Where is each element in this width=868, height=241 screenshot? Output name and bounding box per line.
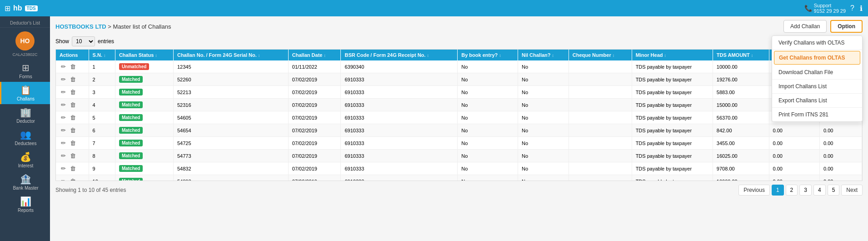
delete-button[interactable]: 🗑 <box>69 75 77 83</box>
sidebar-item-interest[interactable]: 💰 Interest <box>0 149 50 171</box>
support-info: 📞 Support 9152 29 29 29 <box>804 3 846 14</box>
cell-status: Matched <box>115 99 173 111</box>
cell-date: 07/02/2019 <box>288 73 341 86</box>
col-tds-amount[interactable]: TDS AMOUNT ↕ <box>713 50 769 60</box>
sidebar: Deductor's List HO CALA23802C ⊞ Forms 📋 … <box>0 16 50 241</box>
previous-button[interactable]: Previous <box>738 185 770 196</box>
sidebar-label-deductor: Deductor <box>16 119 35 124</box>
cell-book-entry: No <box>458 175 518 181</box>
cell-bsr: 6910333 <box>341 162 458 175</box>
next-button[interactable]: Next <box>841 185 863 196</box>
cell-nil-challan: No <box>518 73 569 86</box>
cell-challan-no: 54605 <box>173 111 288 124</box>
edit-button[interactable]: ✏ <box>60 101 67 109</box>
entries-select[interactable]: 10 25 50 100 <box>72 36 95 46</box>
cell-nil-challan: No <box>518 162 569 175</box>
cell-sn: 6 <box>89 124 115 137</box>
col-minor-head[interactable]: Minor Head ↕ <box>632 50 713 60</box>
delete-button[interactable]: 🗑 <box>69 126 77 134</box>
page-5-button[interactable]: 5 <box>828 185 840 196</box>
col-nil-challan[interactable]: Nil Challan? ↕ <box>518 50 569 60</box>
cell-bsr: 6910333 <box>341 86 458 99</box>
cell-book-entry: No <box>458 73 518 86</box>
challans-table: Actions S.N. ↕ Challan Status ↕ Challan … <box>56 50 862 181</box>
cell-challan-no: 52213 <box>173 86 288 99</box>
delete-button[interactable]: 🗑 <box>69 114 77 121</box>
edit-button[interactable]: ✏ <box>60 63 67 70</box>
delete-button[interactable]: 🗑 <box>69 63 77 70</box>
info-button[interactable]: ℹ <box>859 3 863 14</box>
table-row: ✏ 🗑 7 Matched 54725 07/02/2019 6910333 N… <box>56 137 862 150</box>
cell-cheque <box>569 150 632 162</box>
cell-date: 01/11/2022 <box>288 60 341 73</box>
dropdown-print[interactable]: Print Form ITNS 281 <box>772 108 862 121</box>
sidebar-item-deductor[interactable]: 🏢 Deductor <box>0 104 50 126</box>
edit-button[interactable]: ✏ <box>60 126 67 134</box>
col-challan-status[interactable]: Challan Status ↕ <box>115 50 173 60</box>
edit-button[interactable]: ✏ <box>60 75 67 83</box>
help-button[interactable]: ? <box>849 3 855 13</box>
cell-edu-cess: 0.00 <box>820 162 862 175</box>
cell-surcharge: 0.00 <box>769 124 820 137</box>
dropdown-download[interactable]: Download Challan File <box>772 65 862 80</box>
cell-edu-cess: 0.00 <box>820 175 862 181</box>
cell-cheque <box>569 162 632 175</box>
delete-button[interactable]: 🗑 <box>69 139 77 147</box>
col-cheque[interactable]: Cheque Number ↕ <box>569 50 632 60</box>
cell-nil-challan: No <box>518 111 569 124</box>
delete-button[interactable]: 🗑 <box>69 152 77 160</box>
cell-cheque <box>569 137 632 150</box>
cell-sn: 9 <box>89 162 115 175</box>
cell-minor-head: TDS payable by taxpayer <box>632 73 713 86</box>
edit-button[interactable]: ✏ <box>60 165 67 172</box>
phone-icon: 📞 <box>804 5 812 12</box>
page-1-button[interactable]: 1 <box>772 185 784 196</box>
edit-button[interactable]: ✏ <box>60 114 67 121</box>
sidebar-item-forms[interactable]: ⊞ Forms <box>0 60 50 82</box>
delete-button[interactable]: 🗑 <box>69 165 77 172</box>
breadcrumb: HOSTBOOKS LTD > Master list of Challans <box>55 23 171 30</box>
sidebar-item-bank-master[interactable]: 🏦 Bank Master <box>0 171 50 193</box>
col-sn[interactable]: S.N. ↕ <box>89 50 115 60</box>
cell-minor-head: TDS payable by taxpayer <box>632 99 713 111</box>
col-book-entry[interactable]: By book entry? ↕ <box>458 50 518 60</box>
delete-button[interactable]: 🗑 <box>69 101 77 109</box>
avatar[interactable]: HO <box>15 31 35 50</box>
add-challan-button[interactable]: Add Challan <box>783 20 827 33</box>
dropdown-get-challans[interactable]: Get Challans from OLTAS <box>774 51 860 65</box>
page-4-button[interactable]: 4 <box>813 185 826 196</box>
delete-button[interactable]: 🗑 <box>69 177 77 181</box>
edit-button[interactable]: ✏ <box>60 177 67 181</box>
col-challan-no[interactable]: Challan No. / Form 24G Serial No. ↕ <box>173 50 288 60</box>
cell-sn: 7 <box>89 137 115 150</box>
cell-status: Unmatched <box>115 60 173 73</box>
option-button[interactable]: Option <box>830 20 863 33</box>
cell-bsr: 6910333 <box>341 137 458 150</box>
deductees-icon: 👥 <box>20 129 31 140</box>
cell-status: Matched <box>115 73 173 86</box>
cell-actions: ✏ 🗑 <box>56 162 89 175</box>
delete-button[interactable]: 🗑 <box>69 88 77 96</box>
edit-button[interactable]: ✏ <box>60 88 67 96</box>
page-3-button[interactable]: 3 <box>799 185 812 196</box>
edit-button[interactable]: ✏ <box>60 152 67 160</box>
table-header-row: Actions S.N. ↕ Challan Status ↕ Challan … <box>56 50 862 60</box>
table-body: ✏ 🗑 1 Unmatched 12345 01/11/2022 6390340… <box>56 60 862 181</box>
cell-date: 07/02/2019 <box>288 137 341 150</box>
cell-bsr: 6910333 <box>341 111 458 124</box>
cell-tds-amount: 10000.00 <box>713 175 769 181</box>
cell-bsr: 6910333 <box>341 73 458 86</box>
page-2-button[interactable]: 2 <box>786 185 798 196</box>
dropdown-verify[interactable]: Verify Challans with OLTAS <box>772 36 862 50</box>
cell-status: Matched <box>115 111 173 124</box>
sidebar-item-challans[interactable]: 📋 Challans <box>0 82 50 104</box>
cell-status: Matched <box>115 124 173 137</box>
sidebar-item-reports[interactable]: 📊 Reports <box>0 193 50 216</box>
edit-button[interactable]: ✏ <box>60 139 67 147</box>
col-bsr-code[interactable]: BSR Code / Form 24G Receipt No. ↕ <box>341 50 458 60</box>
col-challan-date[interactable]: Challan Date ↕ <box>288 50 341 60</box>
dropdown-export[interactable]: Export Challans List <box>772 94 862 108</box>
dropdown-import[interactable]: Import Challans List <box>772 80 862 94</box>
cell-date: 07/02/2019 <box>288 111 341 124</box>
sidebar-item-deductees[interactable]: 👥 Deductees <box>0 126 50 149</box>
